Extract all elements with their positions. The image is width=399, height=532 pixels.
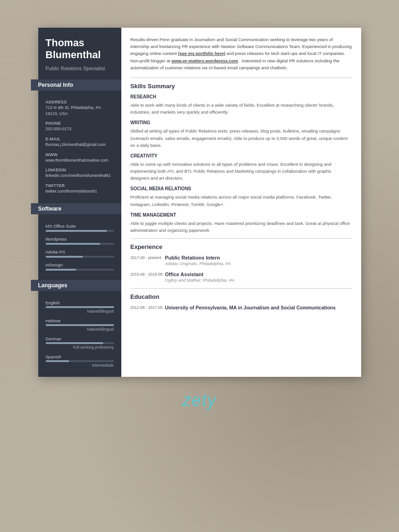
exp-company: Ogilvy and Mather, Philadelphia, PA — [165, 278, 352, 283]
language-bar-fill — [46, 324, 114, 326]
phone-item: Phone 202-555-0173 — [46, 121, 114, 132]
education-heading: Education — [131, 293, 352, 300]
blog-link[interactable]: www.pr-matters.wordpress.com — [172, 58, 238, 63]
skill-bar-bg — [46, 256, 114, 258]
education-section: 2012-08 - 2017-05 University of Pennsylv… — [131, 305, 352, 311]
skill-item: MS Office Suite — [46, 224, 114, 232]
exp-content: Office Assistant Ogilvy and Mather, Phil… — [165, 272, 352, 283]
skill-name: MS Office Suite — [46, 224, 114, 229]
linkedin-item: LinkedIn linkedin.com/me/thomblumenthal8… — [46, 168, 114, 179]
skill-subsection-text: Skilled at writing all types of Public R… — [131, 127, 352, 149]
skill-subsection: WRITING Skilled at writing all types of … — [131, 120, 352, 149]
language-bar-fill — [46, 306, 114, 308]
edu-title: University of Pennsylvania, MA in Journa… — [165, 305, 352, 310]
email-value: thomas.j.blumenthal@gmail.com — [46, 142, 114, 148]
software-section: MS Office Suite Wordpress Adobe PS InDes… — [38, 219, 121, 280]
language-bar-bg — [46, 342, 114, 344]
skill-item: InDesign — [46, 262, 114, 271]
language-level: Native/bilingual — [46, 327, 114, 332]
www-item: WWW www.thomblumenthalcreative.com — [46, 152, 114, 163]
candidate-name: Thomas Blumenthal — [46, 37, 114, 61]
skill-name: InDesign — [46, 262, 114, 267]
linkedin-value: linkedin.com/me/thomblumenthal81 — [46, 173, 114, 179]
language-item: Hebrew Native/bilingual — [46, 318, 114, 332]
personal-info-section: Address 713 N 4th St, Philadelphia, PA 1… — [38, 95, 121, 203]
email-label: E-mail — [46, 137, 114, 141]
portfolio-link[interactable]: (see my portfolio here) — [178, 51, 225, 56]
language-name: Hebrew — [46, 318, 114, 323]
languages-heading: Languages — [31, 280, 129, 291]
skills-summary-section: RESEARCH Able to work with many kinds of… — [131, 94, 352, 234]
main-content: Results-driven Penn graduate in Journali… — [121, 28, 361, 377]
skill-bar-bg — [46, 269, 114, 271]
email-item: E-mail thomas.j.blumenthal@gmail.com — [46, 137, 114, 148]
skill-subsection-title: RESEARCH — [131, 94, 352, 99]
education-divider — [131, 288, 352, 289]
languages-section: English Native/bilingual Hebrew Native/b… — [38, 296, 121, 377]
skill-bar-bg — [46, 243, 114, 245]
summary-paragraph: Results-driven Penn graduate in Journali… — [131, 36, 352, 71]
language-item: English Native/bilingual — [46, 300, 114, 314]
exp-company: Adidas Originals, Philadelphia, PA — [165, 261, 352, 266]
edu-dates: 2012-08 - 2017-05 — [131, 305, 165, 311]
language-name: English — [46, 300, 114, 305]
language-item: German Full working proficiency — [46, 336, 114, 350]
skills-heading: Skills Summary — [131, 83, 352, 90]
skill-bar-fill — [46, 269, 77, 271]
skill-bar-fill — [46, 243, 100, 245]
www-value: www.thomblumenthalcreative.com — [46, 157, 114, 163]
language-name: German — [46, 336, 114, 341]
phone-label: Phone — [46, 121, 114, 126]
experience-heading: Experience — [131, 243, 352, 250]
address-item: Address 713 N 4th St, Philadelphia, PA 1… — [46, 100, 114, 116]
skill-item: Adobe PS — [46, 249, 114, 258]
experience-item: 2015-06 - 2015-08 Office Assistant Ogilv… — [131, 272, 352, 283]
zety-brand: zety — [37, 391, 362, 410]
experience-section: 2017-09 - present Public Relations Inter… — [131, 255, 352, 283]
language-level: Intermediate — [46, 363, 114, 368]
skill-subsection-title: TIME MANAGEMENT — [131, 212, 352, 218]
exp-content: Public Relations Intern Adidas Originals… — [165, 255, 352, 266]
address-value: 713 N 4th St, Philadelphia, PA 19123, US… — [46, 105, 114, 116]
exp-dates: 2017-09 - present — [131, 255, 165, 266]
skill-subsection-text: Able to work with many kinds of clients … — [131, 102, 352, 115]
skill-subsection-text: Able to juggle multiple clients and proj… — [131, 220, 352, 234]
education-item: 2012-08 - 2017-05 University of Pennsylv… — [131, 305, 352, 311]
summary-divider — [131, 78, 352, 78]
language-bar-bg — [46, 324, 114, 326]
skill-name: Adobe PS — [46, 249, 114, 254]
address-label: Address — [46, 100, 114, 104]
skill-subsection-text: Proficient at managing social media rela… — [131, 193, 352, 207]
exp-title: Public Relations Intern — [165, 255, 352, 260]
experience-item: 2017-09 - present Public Relations Inter… — [131, 255, 352, 266]
exp-title: Office Assistant — [165, 272, 352, 277]
sidebar: Thomas Blumenthal Public Relations Speci… — [38, 28, 121, 377]
language-item: Spanish Intermediate — [46, 354, 114, 368]
skill-bar-bg — [46, 230, 114, 232]
exp-dates: 2015-06 - 2015-08 — [131, 272, 165, 283]
candidate-title: Public Relations Specialist — [46, 65, 114, 72]
language-bar-fill — [46, 342, 104, 344]
language-bar-bg — [46, 306, 114, 308]
software-heading: Software — [31, 203, 129, 214]
www-label: WWW — [46, 152, 114, 157]
resume-page: Thomas Blumenthal Public Relations Speci… — [38, 28, 361, 377]
experience-divider — [131, 238, 352, 239]
language-bar-fill — [46, 360, 70, 362]
skill-bar-fill — [46, 256, 83, 258]
personal-info-heading: Personal Info — [31, 79, 129, 91]
language-bar-bg — [46, 360, 114, 362]
skill-subsection: CREATIVITY Able to come up with innovati… — [131, 153, 352, 182]
skill-item: Wordpress — [46, 236, 114, 245]
skill-subsection-title: WRITING — [131, 120, 352, 125]
skill-subsection: RESEARCH Able to work with many kinds of… — [131, 94, 352, 115]
skill-subsection: SOCIAL MEDIA RELATIONS Proficient at man… — [131, 186, 352, 207]
skill-subsection-title: CREATIVITY — [131, 153, 352, 158]
twitter-label: Twitter — [46, 183, 114, 188]
skill-subsection-title: SOCIAL MEDIA RELATIONS — [131, 186, 352, 191]
twitter-item: Twitter twitter.com/thommybloom81 — [46, 183, 114, 194]
twitter-value: twitter.com/thommybloom81 — [46, 188, 114, 194]
language-name: Spanish — [46, 354, 114, 359]
language-level: Native/bilingual — [46, 309, 114, 314]
sidebar-header: Thomas Blumenthal Public Relations Speci… — [38, 28, 121, 79]
